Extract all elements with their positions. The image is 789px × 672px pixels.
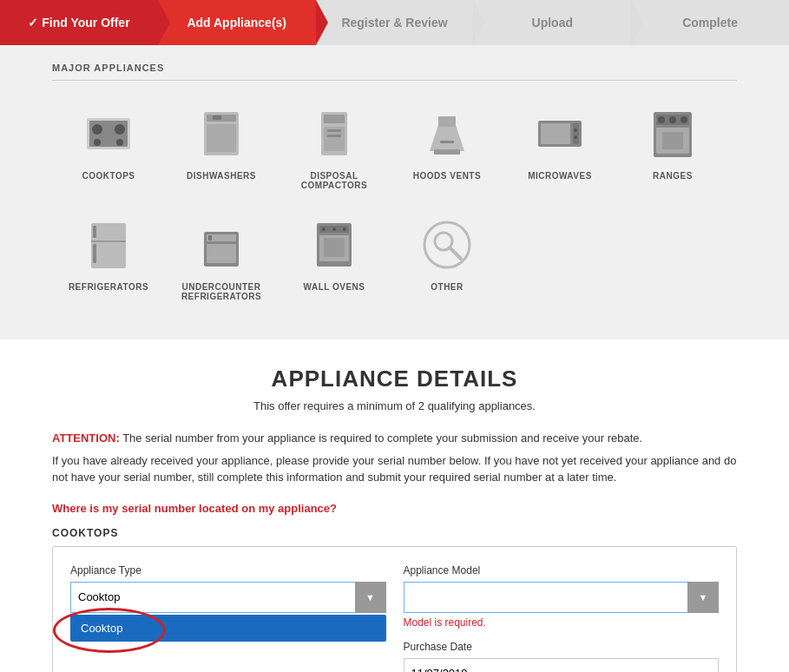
appliance-model-select-wrapper (404, 582, 720, 613)
appliance-wall-ovens[interactable]: WALL OVENS (278, 202, 391, 313)
svg-marker-15 (430, 125, 464, 151)
attention-label: ATTENTION: (52, 432, 120, 445)
dropdown-option-cooktop[interactable]: Cooktop (70, 615, 386, 642)
svg-point-4 (94, 139, 101, 146)
step-upload-label: Upload (532, 16, 573, 30)
disposal-label: DISPOSAL COMPACTORS (286, 171, 382, 190)
appliance-type-section-label: COOKTOPS (52, 527, 737, 539)
step-register-review[interactable]: Register & Review (316, 0, 474, 45)
svg-rect-9 (213, 115, 221, 120)
other-icon (417, 214, 477, 275)
purchase-date-input[interactable] (404, 658, 720, 673)
appliance-type-label: Appliance Type (70, 564, 386, 576)
svg-point-3 (115, 124, 125, 135)
svg-rect-8 (207, 124, 236, 152)
other-label: OTHER (431, 282, 464, 292)
svg-rect-18 (440, 141, 454, 143)
appliance-other[interactable]: OTHER (391, 202, 503, 313)
step-complete[interactable]: Complete (631, 0, 789, 45)
svg-point-22 (574, 128, 577, 132)
wall-ovens-icon (304, 214, 365, 275)
undercounter-label: UNDERCOUNTER REFRIGERATORS (178, 282, 265, 301)
appliance-model-select[interactable] (404, 582, 720, 613)
appliance-model-label: Appliance Model (404, 564, 720, 576)
svg-point-45 (343, 227, 346, 231)
svg-point-29 (681, 116, 687, 123)
svg-rect-11 (324, 115, 345, 123)
svg-rect-34 (93, 244, 96, 263)
svg-rect-37 (207, 244, 236, 263)
details-subtitle: This offer requires a minimum of 2 quali… (52, 399, 737, 412)
ranges-label: RANGES (653, 171, 693, 181)
appliance-dishwashers[interactable]: DISHWASHERS (165, 91, 278, 202)
attention-detail: If you have already received your applia… (52, 452, 737, 486)
svg-point-43 (322, 227, 325, 231)
hoods-label: HOODS VENTS (413, 171, 481, 181)
appliance-refrigerators[interactable]: REFRIGERATORS (52, 202, 165, 313)
svg-point-5 (116, 139, 123, 146)
attention-body: The serial number from your appliance is… (120, 432, 642, 445)
check-icon: ✓ (28, 16, 38, 30)
step-find-offer-label: Find Your Offer (42, 16, 129, 30)
ranges-icon (642, 103, 703, 164)
dishwashers-label: DISHWASHERS (187, 171, 256, 181)
appliance-type-select-wrapper: Cooktop (70, 582, 386, 613)
appliances-section: MAJOR APPLIANCES COOKTOPS (0, 45, 789, 339)
appliance-disposal[interactable]: DISPOSAL COMPACTORS (278, 91, 391, 202)
appliance-model-group: Appliance Model Model is required. Purch… (404, 564, 720, 673)
cooktops-icon (78, 103, 139, 164)
appliance-microwaves[interactable]: MICROWAVES (503, 91, 616, 202)
form-row-type-model: Appliance Type Cooktop Cooktop Appliance… (70, 564, 719, 673)
appliance-undercounter[interactable]: UNDERCOUNTER REFRIGERATORS (165, 202, 278, 313)
appliance-type-select[interactable]: Cooktop (70, 582, 386, 613)
model-error-text: Model is required. (404, 616, 720, 629)
svg-rect-38 (208, 235, 212, 240)
hoods-icon (417, 103, 477, 164)
serial-number-link[interactable]: Where is my serial number located on my … (52, 502, 737, 515)
microwaves-icon (529, 103, 590, 164)
svg-point-28 (669, 116, 676, 123)
svg-rect-14 (327, 135, 341, 137)
undercounter-icon (191, 214, 252, 275)
dishwashers-icon (191, 103, 252, 164)
purchase-date-label: Purchase Date (404, 641, 720, 653)
attention-box: ATTENTION: The serial number from your a… (52, 430, 737, 486)
svg-line-48 (450, 247, 461, 259)
section-title: MAJOR APPLIANCES (52, 63, 737, 81)
svg-rect-33 (93, 226, 96, 238)
svg-point-46 (424, 222, 470, 267)
attention-text: ATTENTION: The serial number from your a… (52, 430, 737, 447)
dropdown-options-row: Cooktop (70, 615, 386, 642)
svg-rect-17 (434, 149, 460, 155)
progress-bar: ✓ Find Your Offer Add Appliance(s) Regis… (0, 0, 789, 45)
step-add-appliance[interactable]: Add Appliance(s) (158, 0, 316, 45)
svg-point-27 (658, 116, 665, 123)
step-complete-label: Complete (682, 16, 738, 30)
details-section: APPLIANCE DETAILS This offer requires a … (0, 339, 789, 672)
svg-point-23 (574, 135, 577, 139)
microwaves-label: MICROWAVES (528, 171, 592, 181)
appliance-type-group: Appliance Type Cooktop Cooktop (70, 564, 386, 673)
disposal-icon (304, 103, 365, 164)
cooktops-label: COOKTOPS (82, 171, 135, 181)
appliance-cooktops[interactable]: COOKTOPS (52, 91, 165, 202)
appliance-grid: COOKTOPS DISHWASHERS (52, 91, 737, 313)
wall-ovens-label: WALL OVENS (304, 282, 365, 292)
purchase-date-group: Purchase Date (404, 641, 720, 673)
step-add-appliance-label: Add Appliance(s) (187, 16, 286, 30)
appliance-hoods[interactable]: HOODS VENTS (391, 91, 503, 202)
step-upload[interactable]: Upload (473, 0, 631, 45)
svg-rect-21 (573, 123, 579, 144)
svg-point-44 (332, 227, 336, 231)
details-title: APPLIANCE DETAILS (52, 366, 737, 392)
appliance-form-card: Appliance Type Cooktop Cooktop Appliance… (52, 546, 737, 673)
svg-rect-42 (324, 238, 345, 257)
refrigerators-label: REFRIGERATORS (69, 282, 148, 292)
step-find-offer[interactable]: ✓ Find Your Offer (0, 0, 158, 45)
svg-rect-30 (662, 132, 683, 149)
step-register-review-label: Register & Review (341, 16, 447, 30)
refrigerators-icon (78, 214, 139, 275)
svg-rect-13 (327, 129, 341, 132)
svg-rect-20 (541, 123, 570, 144)
appliance-ranges[interactable]: RANGES (616, 91, 729, 202)
